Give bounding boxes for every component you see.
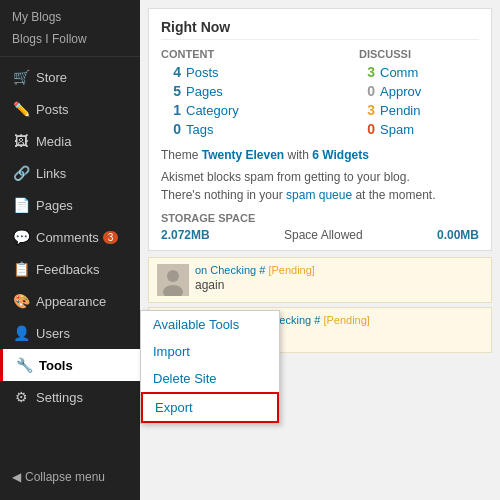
feedbacks-icon: 📋 <box>12 260 30 278</box>
rn-category-link[interactable]: Category <box>186 103 239 118</box>
svg-point-1 <box>167 270 179 282</box>
rn-pages-count: 5 <box>161 83 181 99</box>
akismet-line3: at the moment. <box>355 188 435 202</box>
sidebar-item-links[interactable]: 🔗 Links <box>0 157 140 189</box>
comment-text-0: again <box>195 278 315 292</box>
rn-spam-count: 0 <box>359 121 375 137</box>
sidebar: My Blogs Blogs I Follow 🛒 Store ✏️ Posts… <box>0 0 140 500</box>
rn-category-count: 1 <box>161 102 181 118</box>
comments-icon: 💬 <box>12 228 30 246</box>
rn-content-title: Content <box>161 48 359 60</box>
comment-post-link-0[interactable]: on Checking # <box>195 264 265 276</box>
sidebar-label-appearance: Appearance <box>36 294 106 309</box>
sidebar-my-blogs[interactable]: My Blogs <box>0 6 140 28</box>
posts-icon: ✏️ <box>12 100 30 118</box>
rn-pages-row: 5 Pages <box>161 83 359 99</box>
sidebar-item-appearance[interactable]: 🎨 Appearance <box>0 285 140 317</box>
rn-tags-row: 0 Tags <box>161 121 359 137</box>
rn-comm-count: 3 <box>359 64 375 80</box>
tools-dropdown-menu: Available Tools Import Delete Site Expor… <box>140 310 280 424</box>
sidebar-item-settings[interactable]: ⚙ Settings <box>0 381 140 413</box>
users-icon: 👤 <box>12 324 30 342</box>
rn-pending-link[interactable]: Pendin <box>380 103 420 118</box>
settings-icon: ⚙ <box>12 388 30 406</box>
dropdown-item-export[interactable]: Export <box>141 392 279 423</box>
sidebar-label-posts: Posts <box>36 102 69 117</box>
sidebar-label-comments: Comments <box>36 230 99 245</box>
media-icon: 🖼 <box>12 132 30 150</box>
sidebar-item-media[interactable]: 🖼 Media <box>0 125 140 157</box>
right-now-title: Right Now <box>161 19 479 40</box>
comment-pending-1: [Pending] <box>323 314 369 326</box>
sidebar-item-posts[interactable]: ✏️ Posts <box>0 93 140 125</box>
sidebar-item-feedbacks[interactable]: 📋 Feedbacks <box>0 253 140 285</box>
widgets-count: 6 <box>312 148 319 162</box>
theme-text-label: Theme <box>161 148 198 162</box>
rn-content-col: Content 4 Posts 5 Pages 1 Category 0 Tag… <box>161 48 359 140</box>
sidebar-label-links: Links <box>36 166 66 181</box>
collapse-menu-button[interactable]: ◀ Collapse menu <box>0 464 140 490</box>
sidebar-item-pages[interactable]: 📄 Pages <box>0 189 140 221</box>
sidebar-blogs-i-follow[interactable]: Blogs I Follow <box>0 28 140 50</box>
storage-used-value: 2.072MB <box>161 228 210 242</box>
widgets-link[interactable]: 6 Widgets <box>312 148 369 162</box>
sidebar-item-comments[interactable]: 💬 Comments 3 <box>0 221 140 253</box>
rn-comm-row: 3 Comm <box>359 64 479 80</box>
right-now-widget: Right Now Content 4 Posts 5 Pages 1 Cate… <box>148 8 492 251</box>
sidebar-item-tools[interactable]: 🔧 Tools <box>0 349 140 381</box>
dropdown-item-available-tools[interactable]: Available Tools <box>141 311 279 338</box>
akismet-line2: There's nothing in your <box>161 188 283 202</box>
rn-tags-count: 0 <box>161 121 181 137</box>
dropdown-item-delete-site[interactable]: Delete Site <box>141 365 279 392</box>
avatar-icon-0 <box>157 264 189 296</box>
theme-with-label: with <box>288 148 309 162</box>
pages-icon: 📄 <box>12 196 30 214</box>
rn-approved-link[interactable]: Approv <box>380 84 421 99</box>
storage-title: Storage Space <box>161 212 479 224</box>
rn-discussion-title: Discussi <box>359 48 479 60</box>
rn-spam-row: 0 Spam <box>359 121 479 137</box>
right-now-grid: Content 4 Posts 5 Pages 1 Category 0 Tag… <box>161 48 479 140</box>
akismet-spam-queue-link[interactable]: spam queue <box>286 188 352 202</box>
comment-pending-0: [Pending] <box>268 264 314 276</box>
comment-item-0: on Checking # [Pending] again <box>148 257 492 303</box>
collapse-menu-label: Collapse menu <box>25 470 105 484</box>
sidebar-label-settings: Settings <box>36 390 83 405</box>
comment-body-0: on Checking # [Pending] again <box>195 264 315 292</box>
sidebar-label-pages: Pages <box>36 198 73 213</box>
rn-pending-row: 3 Pendin <box>359 102 479 118</box>
rn-comm-link[interactable]: Comm <box>380 65 418 80</box>
sidebar-label-feedbacks: Feedbacks <box>36 262 100 277</box>
rn-pages-link[interactable]: Pages <box>186 84 223 99</box>
rn-tags-link[interactable]: Tags <box>186 122 213 137</box>
links-icon: 🔗 <box>12 164 30 182</box>
comment-meta-0: on Checking # [Pending] <box>195 264 315 276</box>
store-icon: 🛒 <box>12 68 30 86</box>
comment-avatar-0 <box>157 264 189 296</box>
rn-approved-row: 0 Approv <box>359 83 479 99</box>
rn-category-row: 1 Category <box>161 102 359 118</box>
akismet-block: Akismet blocks spam from getting to your… <box>161 168 479 204</box>
rn-posts-count: 4 <box>161 64 181 80</box>
sidebar-item-users[interactable]: 👤 Users <box>0 317 140 349</box>
storage-free-value: 0.00MB <box>437 228 479 242</box>
storage-allowed-label: Space Allowed <box>284 228 363 242</box>
sidebar-item-store[interactable]: 🛒 Store <box>0 61 140 93</box>
main-content: Right Now Content 4 Posts 5 Pages 1 Cate… <box>140 0 500 500</box>
widgets-label: Widgets <box>322 148 369 162</box>
rn-posts-link[interactable]: Posts <box>186 65 219 80</box>
sidebar-label-store: Store <box>36 70 67 85</box>
theme-line: Theme Twenty Eleven with 6 Widgets <box>161 148 479 162</box>
rn-spam-link[interactable]: Spam <box>380 122 414 137</box>
theme-name-link[interactable]: Twenty Eleven <box>202 148 284 162</box>
sidebar-label-media: Media <box>36 134 71 149</box>
tools-icon: 🔧 <box>15 356 33 374</box>
dropdown-item-import[interactable]: Import <box>141 338 279 365</box>
comments-badge: 3 <box>103 231 119 244</box>
akismet-line1: Akismet blocks spam from getting to your… <box>161 170 410 184</box>
rn-approved-count: 0 <box>359 83 375 99</box>
storage-row: 2.072MB Space Allowed 0.00MB <box>161 228 479 242</box>
storage-section: Storage Space 2.072MB Space Allowed 0.00… <box>161 212 479 242</box>
sidebar-top-links: My Blogs Blogs I Follow <box>0 0 140 57</box>
rn-posts-row: 4 Posts <box>161 64 359 80</box>
